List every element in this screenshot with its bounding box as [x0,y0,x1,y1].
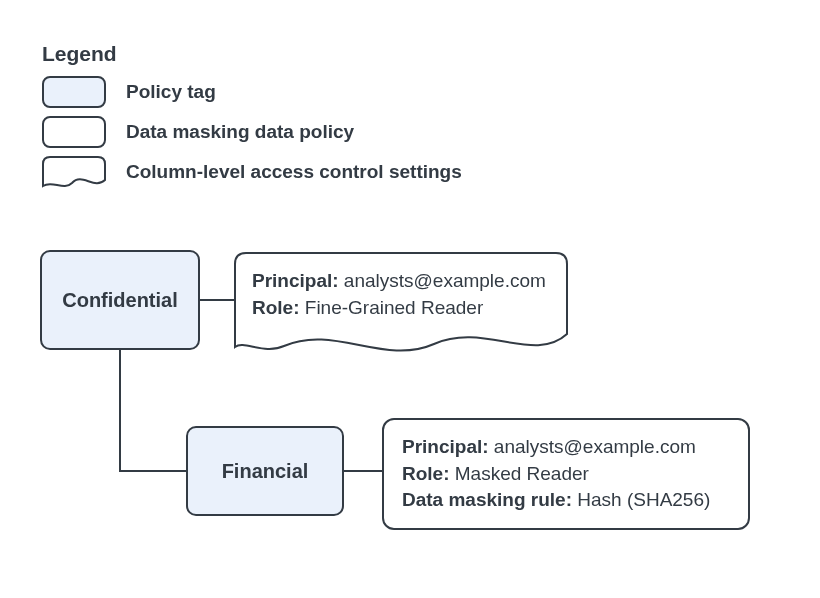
claccess-swatch [42,156,106,188]
node-financial-policy: Principal: analysts@example.com Role: Ma… [382,418,750,530]
connector [344,470,382,472]
role-value: Masked Reader [450,463,589,484]
rule-label: Data masking rule: [402,489,572,510]
kv-row: Principal: analysts@example.com [402,434,730,461]
principal-label: Principal: [252,270,339,291]
principal-label: Principal: [402,436,489,457]
node-confidential-settings: Principal: analysts@example.com Role: Fi… [234,252,568,362]
legend-item-claccess: Column-level access control settings [42,156,462,188]
rule-value: Hash (SHA256) [572,489,710,510]
legend-label: Policy tag [126,81,216,103]
role-value: Fine-Grained Reader [300,297,484,318]
role-label: Role: [402,463,450,484]
node-label: Financial [222,460,309,483]
principal-value: analysts@example.com [339,270,546,291]
node-confidential: Confidential [40,250,200,350]
connector [119,470,186,472]
policy-tag-swatch [42,76,106,108]
kv-row: Principal: analysts@example.com [252,268,550,295]
connector [200,299,234,301]
node-label: Confidential [62,289,178,312]
legend-label: Data masking data policy [126,121,354,143]
kv-row: Data masking rule: Hash (SHA256) [402,487,730,514]
kv-row: Role: Masked Reader [402,461,730,488]
kv-row: Role: Fine-Grained Reader [252,295,550,322]
legend-item-masking: Data masking data policy [42,116,462,148]
connector [119,350,121,472]
node-financial: Financial [186,426,344,516]
masking-swatch [42,116,106,148]
legend: Legend Policy tag Data masking data poli… [42,42,462,196]
legend-title: Legend [42,42,462,66]
principal-value: analysts@example.com [489,436,696,457]
role-label: Role: [252,297,300,318]
legend-label: Column-level access control settings [126,161,462,183]
legend-item-policy-tag: Policy tag [42,76,462,108]
